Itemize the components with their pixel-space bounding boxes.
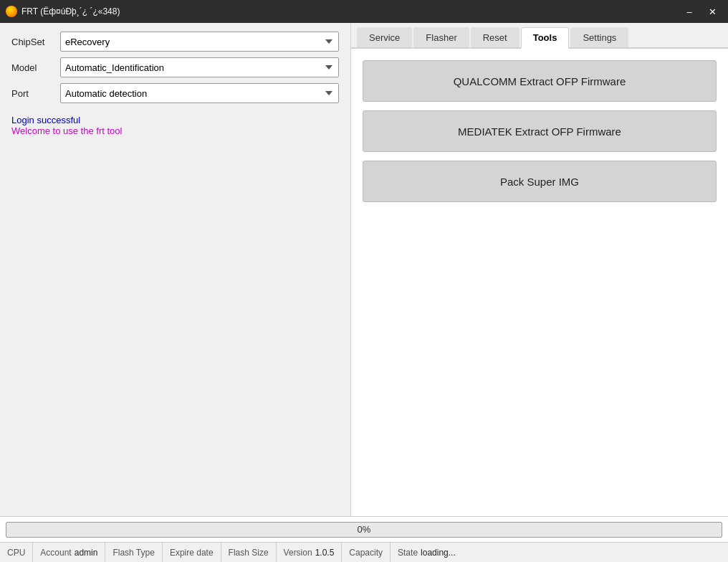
status-expire-date: Expire date	[163, 543, 221, 562]
version-value: 1.0.5	[315, 548, 335, 558]
log-area: Login successful Welcome to use the frt …	[11, 112, 339, 139]
status-account: Account admin	[33, 543, 105, 562]
account-label: Account	[40, 548, 71, 558]
account-value: admin	[75, 548, 98, 558]
status-bar: CPU Account admin Flash Type Expire date…	[0, 542, 728, 562]
status-flash-type: Flash Type	[105, 543, 162, 562]
port-label: Port	[11, 88, 54, 99]
log-line-success: Login successful	[11, 115, 339, 125]
minimize-button[interactable]: –	[679, 4, 699, 19]
left-panel: ChipSet eRecovery Model Automatic_Identi…	[0, 23, 351, 516]
titlebar-title: FRT (Ёф¤úÐþ¸´¿ ´¿«348)	[21, 6, 120, 16]
tab-reset[interactable]: Reset	[471, 27, 519, 47]
tab-settings[interactable]: Settings	[570, 27, 628, 47]
qualcomm-extract-button[interactable]: QUALCOMM Extract OFP Firmware	[363, 60, 717, 102]
status-version: Version 1.0.5	[277, 543, 343, 562]
close-button[interactable]: ✕	[702, 4, 722, 19]
log-line-magenta: Welcome to use the frt tool	[11, 125, 339, 136]
tab-content-tools: QUALCOMM Extract OFP Firmware MEDIATEK E…	[351, 49, 728, 516]
state-value: loading...	[421, 548, 456, 558]
progress-bar-container: 0%	[0, 516, 728, 542]
mediatek-extract-button[interactable]: MEDIATEK Extract OFP Firmware	[363, 110, 717, 152]
state-label: State	[398, 548, 418, 558]
tab-service[interactable]: Service	[357, 27, 412, 47]
titlebar: FRT (Ёф¤úÐþ¸´¿ ´¿«348) – ✕	[0, 0, 728, 23]
port-select[interactable]: Automatic detection	[60, 83, 339, 103]
titlebar-controls: – ✕	[679, 4, 722, 19]
chipset-select[interactable]: eRecovery	[60, 32, 339, 52]
flash-type-label: Flash Type	[112, 548, 154, 558]
chipset-row: ChipSet eRecovery	[11, 32, 339, 52]
main-content: ChipSet eRecovery Model Automatic_Identi…	[0, 23, 728, 516]
cpu-label: CPU	[7, 548, 25, 558]
tab-tools[interactable]: Tools	[521, 27, 570, 49]
capacity-label: Capacity	[349, 548, 383, 558]
port-row: Port Automatic detection	[11, 83, 339, 103]
pack-super-img-button[interactable]: Pack Super IMG	[363, 161, 717, 202]
tab-bar: Service Flasher Reset Tools Settings	[351, 23, 728, 49]
status-flash-size: Flash Size	[221, 543, 277, 562]
model-row: Model Automatic_Identification	[11, 57, 339, 77]
version-label: Version	[284, 548, 312, 558]
status-capacity: Capacity	[342, 543, 391, 562]
right-panel: Service Flasher Reset Tools Settings QUA…	[351, 23, 728, 516]
progress-bar-label: 0%	[6, 524, 722, 535]
model-label: Model	[11, 62, 54, 73]
status-state: State loading...	[391, 543, 463, 562]
status-cpu: CPU	[0, 543, 33, 562]
expire-date-label: Expire date	[170, 548, 214, 558]
chipset-label: ChipSet	[11, 37, 54, 47]
model-select[interactable]: Automatic_Identification	[60, 57, 339, 77]
progress-bar-outer: 0%	[6, 522, 722, 538]
flash-size-label: Flash Size	[229, 548, 269, 558]
tab-flasher[interactable]: Flasher	[413, 27, 469, 47]
titlebar-left: FRT (Ёф¤úÐþ¸´¿ ´¿«348)	[6, 6, 120, 17]
app-icon	[6, 6, 17, 17]
